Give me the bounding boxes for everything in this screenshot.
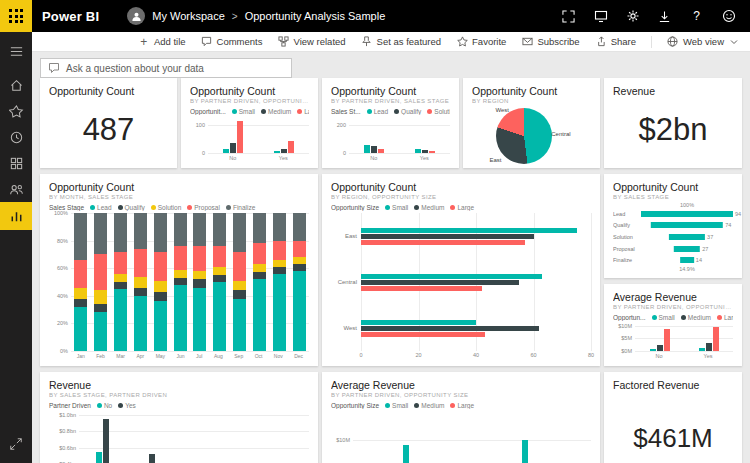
bar-medium[interactable] <box>281 149 287 153</box>
bar-medium[interactable] <box>230 143 236 153</box>
bar-large[interactable] <box>664 329 670 351</box>
segment-solution[interactable] <box>74 288 87 299</box>
segment-lead[interactable] <box>174 285 187 351</box>
segment-proposal[interactable] <box>174 246 187 269</box>
tile-factored-revenue[interactable]: Factored Revenue $461M <box>604 372 742 463</box>
tile-average-revenue-small[interactable]: Average Revenue BY PARTNER DRIVEN, OPPOR… <box>604 284 742 366</box>
bar-medium[interactable] <box>361 280 519 285</box>
bar-medium[interactable] <box>361 326 539 331</box>
subscribe-button[interactable]: Subscribe <box>521 36 579 48</box>
segment-finalize[interactable] <box>233 213 246 252</box>
segment-lead[interactable] <box>233 299 246 351</box>
segment-finalize[interactable] <box>174 213 187 246</box>
tile-count-by-partner-driven-stage[interactable]: Opportunity Count BY PARTNER DRIVEN, SAL… <box>322 78 459 168</box>
bar-small[interactable] <box>699 348 705 351</box>
stacked-column[interactable] <box>253 213 266 351</box>
segment-qualify[interactable] <box>94 304 107 312</box>
bar-large[interactable] <box>361 286 482 291</box>
nav-workspace-active-icon[interactable] <box>0 202 32 230</box>
segment-lead[interactable] <box>114 289 127 351</box>
bar-medium[interactable] <box>657 345 663 351</box>
tile-count-by-region-size[interactable]: Opportunity Count BY REGION, OPPORTUNITY… <box>322 174 600 366</box>
tile-opportunity-count-total[interactable]: Opportunity Count 487 <box>40 78 177 168</box>
segment-lead[interactable] <box>293 271 306 351</box>
segment-lead[interactable] <box>94 312 107 351</box>
segment-proposal[interactable] <box>293 241 306 258</box>
funnel-bar[interactable] <box>680 257 694 263</box>
bar-no[interactable] <box>96 452 102 463</box>
segment-solution[interactable] <box>94 290 107 304</box>
funnel-bar[interactable] <box>641 211 733 217</box>
clustered-column-chart[interactable]: Partner DrivenNoYes$1.0bn$0.8bn$0.6bn$0.… <box>49 400 309 463</box>
segment-finalize[interactable] <box>134 213 147 249</box>
segment-solution[interactable] <box>253 264 266 272</box>
segment-lead[interactable] <box>253 279 266 351</box>
segment-lead[interactable] <box>154 301 167 351</box>
segment-lead[interactable] <box>74 307 87 351</box>
segment-qualify[interactable] <box>193 279 206 287</box>
segment-solution[interactable] <box>114 274 127 282</box>
bar-small[interactable] <box>361 320 476 325</box>
bar-lead[interactable] <box>415 149 421 153</box>
nav-favorites-icon[interactable] <box>0 98 32 124</box>
help-icon[interactable]: ? <box>689 9 704 24</box>
web-view-dropdown[interactable]: Web view <box>667 36 740 48</box>
settings-gear-icon[interactable] <box>625 9 640 24</box>
segment-proposal[interactable] <box>253 243 266 264</box>
bar-large[interactable] <box>237 121 243 153</box>
bar-large[interactable] <box>361 240 525 245</box>
bar-large[interactable] <box>361 332 485 337</box>
segment-proposal[interactable] <box>134 249 147 277</box>
stacked-column[interactable] <box>114 213 127 351</box>
funnel-bar[interactable] <box>674 246 700 252</box>
segment-proposal[interactable] <box>74 260 87 288</box>
bar-solution[interactable] <box>429 151 435 153</box>
share-button[interactable]: Share <box>595 36 636 48</box>
tile-count-by-partner-driven-size[interactable]: Opportunity Count BY PARTNER DRIVEN, OPP… <box>181 78 318 168</box>
horizontal-bar-chart[interactable]: Opportunity SizeSmallMediumLarge02040608… <box>331 202 591 360</box>
funnel-bar[interactable] <box>669 234 705 240</box>
segment-qualify[interactable] <box>74 299 87 307</box>
segment-finalize[interactable] <box>293 213 306 241</box>
bar-medium[interactable] <box>706 343 712 351</box>
qna-search-box[interactable]: Ask a question about your data <box>40 58 292 78</box>
stacked-column[interactable] <box>193 213 206 351</box>
clustered-column-chart[interactable]: Opportunity SizeSmallMediumLarge$10M$5M$… <box>331 400 591 463</box>
bar-small[interactable] <box>274 151 280 153</box>
segment-qualify[interactable] <box>293 264 306 271</box>
stacked-column[interactable] <box>273 213 286 351</box>
bar-qualify[interactable] <box>371 146 377 153</box>
segment-solution[interactable] <box>134 277 147 288</box>
segment-proposal[interactable] <box>193 246 206 271</box>
view-related-button[interactable]: View related <box>278 36 346 48</box>
segment-lead[interactable] <box>193 288 206 351</box>
segment-qualify[interactable] <box>154 292 167 302</box>
bar-qualify[interactable] <box>422 150 428 153</box>
stacked-column[interactable] <box>174 213 187 351</box>
stacked-column[interactable] <box>293 213 306 351</box>
segment-finalize[interactable] <box>213 213 226 246</box>
bar-small[interactable] <box>361 228 577 233</box>
bar-large[interactable] <box>288 141 294 153</box>
bar-yes[interactable] <box>103 419 109 463</box>
bar-small[interactable] <box>522 440 528 463</box>
pie-chart[interactable]: CentralEastWest <box>472 106 591 162</box>
breadcrumb-workspace[interactable]: My Workspace <box>152 10 225 22</box>
pie-chart-slices[interactable] <box>496 108 552 164</box>
stacked-column[interactable] <box>233 213 246 351</box>
segment-solution[interactable] <box>233 281 246 291</box>
download-icon[interactable] <box>657 9 672 24</box>
stacked-column[interactable] <box>213 213 226 351</box>
tile-count-by-region[interactable]: Opportunity Count BY REGION CentralEastW… <box>463 78 600 168</box>
set-featured-button[interactable]: Set as featured <box>361 36 441 48</box>
comments-button[interactable]: Comments <box>201 36 263 48</box>
funnel-bar[interactable] <box>651 222 723 228</box>
bar-small[interactable] <box>361 274 542 279</box>
favorite-button[interactable]: Favorite <box>456 36 506 48</box>
segment-qualify[interactable] <box>114 282 127 289</box>
hamburger-menu-icon[interactable] <box>0 38 32 64</box>
stacked-column-chart[interactable]: Sales StageLeadQualifySolutionProposalFi… <box>49 202 309 360</box>
segment-finalize[interactable] <box>273 213 286 241</box>
segment-proposal[interactable] <box>154 252 167 281</box>
nav-recent-icon[interactable] <box>0 124 32 150</box>
